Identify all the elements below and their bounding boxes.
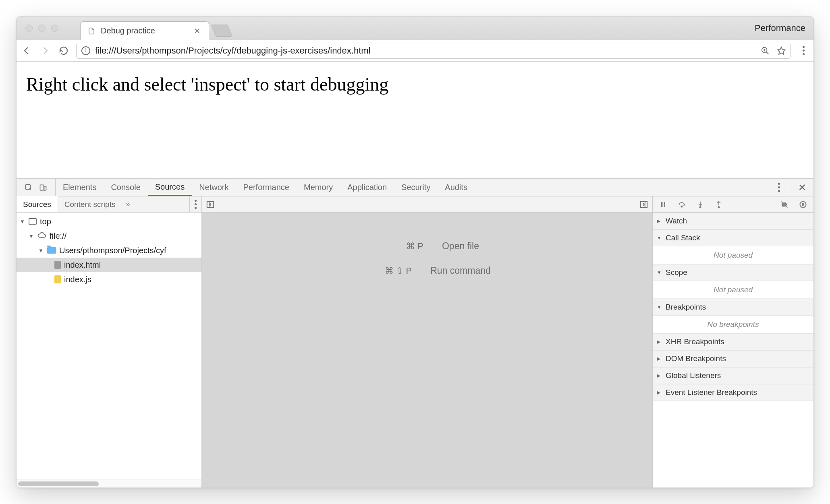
new-tab-button[interactable] [211,25,232,37]
chevron-right-icon: ▶ [657,373,662,378]
section-label: Breakpoints [666,303,706,312]
navigator-tab-sources[interactable]: Sources [17,196,58,212]
svg-rect-13 [664,202,665,207]
section-watch[interactable]: ▶ Watch [653,213,813,229]
tree-file-index-js[interactable]: index.js [17,272,201,287]
section-global-listeners[interactable]: ▶ Global Listeners [653,367,813,384]
minimize-window-button[interactable] [38,25,46,32]
tab-sources[interactable]: Sources [148,179,192,196]
svg-rect-7 [44,186,46,190]
forward-button[interactable] [39,45,51,57]
disclosure-triangle-icon[interactable]: ▼ [38,248,44,254]
site-info-icon[interactable]: i [81,46,90,55]
js-file-icon [54,275,61,283]
chevron-right-icon: ▶ [657,356,662,361]
performance-menu[interactable]: Performance [755,23,806,33]
source-editor: ⌘ P Open file ⌘ ⇧ P Run command [202,196,652,487]
browser-window: Debug practice ✕ Performance i file:///U… [16,16,814,488]
horizontal-scrollbar[interactable] [17,479,201,487]
section-label: DOM Breakpoints [666,354,726,363]
tab-memory[interactable]: Memory [297,179,340,196]
step-out-icon[interactable] [715,200,723,209]
svg-point-18 [718,207,719,208]
pause-on-exceptions-icon[interactable] [799,200,807,209]
shortcut-keys: ⌘ P [375,241,423,252]
tree-file-index-html[interactable]: index.html [17,258,201,272]
debugger-controls [653,196,813,213]
section-dom-breakpoints[interactable]: ▶ DOM Breakpoints [653,350,813,367]
frame-icon [29,218,37,225]
navigator-tab-content-scripts[interactable]: Content scripts [58,196,122,212]
close-window-button[interactable] [25,25,33,32]
devtools-settings-button[interactable] [778,183,780,192]
browser-menu-button[interactable] [797,46,809,55]
hint-run-command: ⌘ ⇧ P Run command [363,265,491,276]
section-call-stack[interactable]: ▼ Call Stack [653,229,813,246]
file-icon [88,27,95,35]
tab-console[interactable]: Console [104,179,147,196]
tree-frame-top[interactable]: ▼ top [17,214,201,229]
tree-folder[interactable]: ▼ Users/pthompson/Projects/cyf [17,243,201,258]
tree-origin[interactable]: ▼ file:// [17,229,201,243]
tab-performance[interactable]: Performance [236,179,297,196]
step-into-icon[interactable] [696,200,704,209]
devtools-close-button[interactable]: ✕ [798,182,806,193]
chevron-right-icon: ▶ [657,339,662,345]
disclosure-triangle-icon[interactable]: ▼ [20,219,25,225]
browser-tab[interactable]: Debug practice ✕ [80,21,209,40]
url-text: file:///Users/pthompson/Projects/cyf/deb… [95,45,371,56]
scrollbar-thumb[interactable] [18,481,99,486]
folder-icon [47,247,56,254]
sources-navigator: Sources Content scripts » ▼ top ▼ [17,196,202,487]
section-breakpoints[interactable]: ▼ Breakpoints [653,299,813,316]
address-bar[interactable]: i file:///Users/pthompson/Projects/cyf/d… [76,43,791,59]
chevron-down-icon: ▼ [657,304,662,310]
tab-close-button[interactable]: ✕ [192,26,202,36]
pause-icon[interactable] [659,200,667,209]
section-xhr-breakpoints[interactable]: ▶ XHR Breakpoints [653,333,813,350]
tab-audits[interactable]: Audits [438,179,475,196]
hide-debugger-icon[interactable] [639,200,648,209]
svg-rect-23 [803,203,804,206]
deactivate-breakpoints-icon[interactable] [780,200,788,209]
section-label: Watch [666,217,687,225]
zoom-icon[interactable] [761,46,770,55]
section-label: Global Listeners [666,371,721,380]
reload-button[interactable] [58,45,70,57]
svg-rect-22 [802,203,803,206]
tab-title: Debug practice [101,26,155,35]
bookmark-star-icon[interactable] [777,46,786,55]
svg-line-1 [766,52,769,54]
file-tree: ▼ top ▼ file:// ▼ Users/pthompson/Projec… [17,213,201,479]
maximize-window-button[interactable] [51,25,58,32]
section-event-listener-breakpoints[interactable]: ▶ Event Listener Breakpoints [653,384,813,401]
breakpoints-empty: No breakpoints [653,316,813,333]
svg-rect-12 [661,202,662,207]
svg-point-16 [699,207,701,208]
step-over-icon[interactable] [678,200,686,209]
disclosure-triangle-icon[interactable]: ▼ [29,233,34,239]
navigator-menu-button[interactable] [189,196,201,212]
tree-label: top [40,217,51,226]
tree-label: Users/pthompson/Projects/cyf [59,246,166,255]
tab-elements[interactable]: Elements [56,179,104,196]
section-scope[interactable]: ▼ Scope [653,264,813,281]
svg-point-21 [800,201,806,207]
scope-empty: Not paused [653,281,813,299]
devtools-panel: Elements Console Sources Network Perform… [17,178,813,487]
hint-open-file: ⌘ P Open file [375,241,479,252]
tab-application[interactable]: Application [340,179,394,196]
inspect-element-icon[interactable] [25,184,33,192]
tab-strip: Debug practice ✕ Performance [17,17,813,40]
device-toolbar-icon[interactable] [39,184,47,192]
navigator-more-tabs[interactable]: » [122,196,134,212]
window-controls [25,25,58,32]
svg-point-14 [681,206,682,207]
chevron-right-icon: ▶ [657,390,662,395]
tab-security[interactable]: Security [394,179,438,196]
tab-network[interactable]: Network [192,179,236,196]
hide-navigator-icon[interactable] [206,200,215,209]
page-heading: Right click and select 'inspect' to star… [26,74,388,95]
back-button[interactable] [21,45,33,57]
svg-rect-6 [40,185,44,190]
